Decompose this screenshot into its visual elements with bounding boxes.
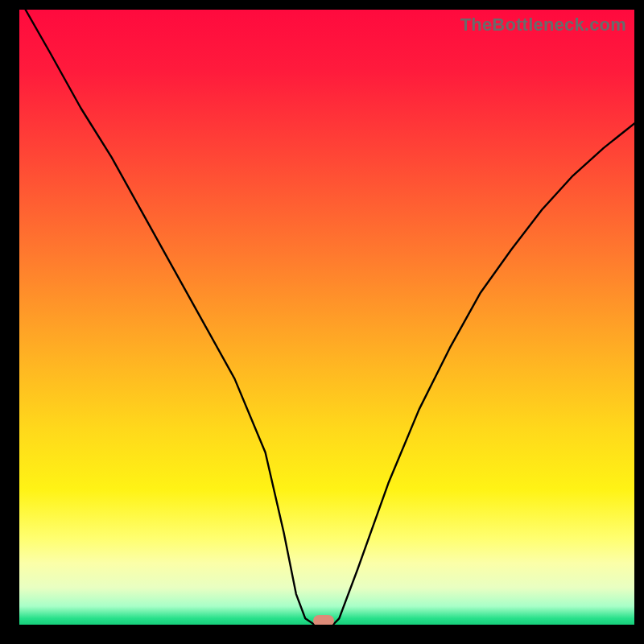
bottleneck-curve bbox=[19, 10, 634, 625]
optimal-point-marker bbox=[313, 615, 334, 625]
watermark-text: TheBottleneck.com bbox=[460, 14, 626, 35]
chart-stage: TheBottleneck.com bbox=[0, 0, 644, 644]
plot-area: TheBottleneck.com bbox=[19, 10, 634, 625]
